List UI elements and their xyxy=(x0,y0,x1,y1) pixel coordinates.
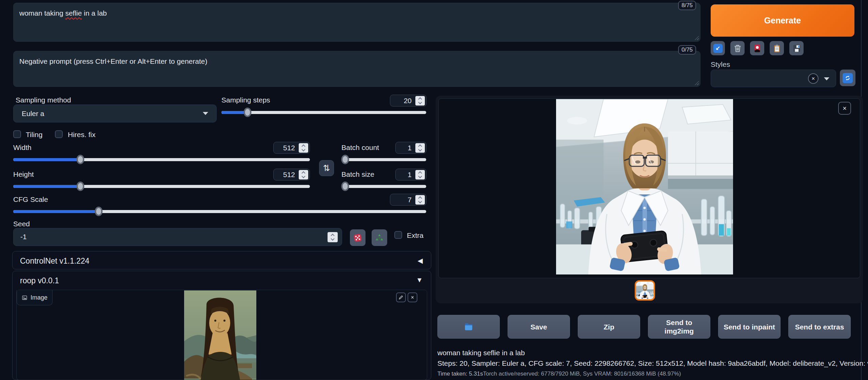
reuse-seed-button[interactable] xyxy=(372,229,387,246)
negative-prompt-input[interactable]: Negative prompt (press Ctrl+Enter or Alt… xyxy=(13,51,701,87)
slider-handle[interactable] xyxy=(341,182,349,191)
batch-size-input[interactable]: 1 xyxy=(395,169,427,180)
slider-handle[interactable] xyxy=(95,207,103,216)
roop-reference-image xyxy=(184,290,256,380)
swap-width-height-button[interactable]: ⇅ xyxy=(319,160,334,176)
slider-handle[interactable] xyxy=(244,108,252,117)
controlnet-accordion-title: ControlNet v1.1.224 xyxy=(20,256,90,266)
number-spinner[interactable] xyxy=(415,170,425,179)
random-seed-button[interactable] xyxy=(350,229,366,246)
generated-image[interactable] xyxy=(556,99,733,274)
paste-icon: ↙ xyxy=(713,44,723,53)
gallery-thumbnail-selected[interactable] xyxy=(635,280,655,301)
info-prompt-text: woman taking seflie in a lab xyxy=(437,349,525,357)
prompt-token-counter: 8/75 xyxy=(678,1,696,10)
width-label: Width xyxy=(13,144,32,152)
number-spinner[interactable] xyxy=(328,232,338,242)
batch-count-label: Batch count xyxy=(341,144,379,152)
number-spinner[interactable] xyxy=(415,143,425,153)
height-label: Height xyxy=(13,170,34,178)
cfg-scale-slider[interactable] xyxy=(13,208,426,214)
paste-params-button[interactable]: ↙ xyxy=(711,41,725,55)
hires-fix-label: Hires. fix xyxy=(68,131,96,139)
sampling-steps-slider[interactable] xyxy=(221,109,426,115)
sampling-method-dropdown[interactable]: Euler a xyxy=(13,104,217,122)
send-to-extras-button[interactable]: Send to extras xyxy=(788,315,851,339)
roop-image-dropzone[interactable] xyxy=(16,290,427,380)
height-slider[interactable] xyxy=(13,183,310,189)
refresh-icon xyxy=(844,75,851,81)
styles-clear-button[interactable]: × xyxy=(808,73,818,84)
number-spinner[interactable] xyxy=(299,170,308,179)
send-to-inpaint-button[interactable]: Send to inpaint xyxy=(718,315,781,339)
seed-input[interactable]: -1 xyxy=(13,228,342,246)
batch-count-input[interactable]: 1 xyxy=(395,142,427,154)
slider-handle[interactable] xyxy=(76,182,84,191)
width-slider[interactable] xyxy=(13,156,310,163)
hires-fix-checkbox[interactable] xyxy=(55,130,63,138)
prompt-input[interactable]: woman taking seflie in a lab xyxy=(13,3,701,42)
refresh-styles-button[interactable] xyxy=(840,70,855,86)
batch-count-slider[interactable] xyxy=(341,156,426,163)
extra-seed-label: Extra xyxy=(407,231,423,240)
batch-size-slider[interactable] xyxy=(341,183,426,189)
height-input[interactable]: 512 xyxy=(273,169,310,180)
tiling-label: Tiling xyxy=(26,131,42,139)
number-spinner[interactable] xyxy=(299,143,308,153)
extra-networks-button[interactable] xyxy=(750,41,764,55)
sampling-method-value: Euler a xyxy=(22,110,44,118)
clear-prompt-button[interactable] xyxy=(730,41,745,55)
generate-button[interactable]: Generate xyxy=(711,4,854,37)
extra-networks-card-icon xyxy=(753,44,762,53)
number-spinner[interactable] xyxy=(415,96,425,106)
batch-size-label: Batch size xyxy=(341,170,374,178)
extra-seed-checkbox[interactable] xyxy=(394,231,402,239)
accordion-expanded-icon: ▼ xyxy=(416,276,423,284)
gallery-close-button[interactable]: × xyxy=(838,102,851,115)
apply-style-button[interactable] xyxy=(770,41,784,55)
negative-token-counter: 0/75 xyxy=(678,45,696,55)
close-icon: × xyxy=(843,104,847,112)
trash-icon xyxy=(733,44,742,53)
clipboard-icon xyxy=(772,44,782,53)
save-style-icon xyxy=(792,44,801,53)
misspelled-word: seflie xyxy=(65,9,82,17)
close-icon: × xyxy=(411,294,414,301)
tiling-checkbox[interactable] xyxy=(13,130,21,138)
dice-icon xyxy=(353,233,362,243)
resize-grip[interactable] xyxy=(694,80,699,85)
cfg-scale-input[interactable]: 7 xyxy=(390,194,427,206)
folder-icon xyxy=(463,321,474,332)
save-style-button[interactable] xyxy=(789,41,804,55)
send-to-img2img-button[interactable]: Send to img2img xyxy=(648,315,710,339)
roop-image-tab[interactable]: Image xyxy=(17,290,53,305)
slider-handle[interactable] xyxy=(76,155,84,164)
sampling-steps-input[interactable]: 20 xyxy=(390,95,427,107)
number-spinner[interactable] xyxy=(415,195,425,205)
seed-label: Seed xyxy=(13,220,30,228)
image-tab-icon xyxy=(22,295,27,301)
clear-image-button[interactable]: × xyxy=(408,292,417,302)
zip-button[interactable]: Zip xyxy=(578,315,640,339)
info-performance-text: Time taken: 5.31sTorch active/reserved: … xyxy=(437,370,681,377)
sampling-method-label: Sampling method xyxy=(16,96,71,104)
time-taken: Time taken: 5.31s xyxy=(437,370,483,377)
open-folder-button[interactable] xyxy=(437,315,500,339)
txt2img-page: woman taking seflie in a lab 8/75 Negati… xyxy=(0,0,868,380)
swap-arrows-icon: ⇅ xyxy=(323,163,330,173)
edit-image-button[interactable] xyxy=(396,292,406,302)
resize-grip[interactable] xyxy=(694,35,699,40)
prompt-text: woman taking seflie in a lab xyxy=(19,9,107,17)
negative-prompt-placeholder: Negative prompt (press Ctrl+Enter or Alt… xyxy=(19,57,207,65)
accordion-collapsed-icon: ◀ xyxy=(418,256,423,265)
styles-caret-icon[interactable] xyxy=(824,77,829,80)
styles-label: Styles xyxy=(711,60,730,69)
width-input[interactable]: 512 xyxy=(273,142,310,154)
slider-handle[interactable] xyxy=(341,155,349,164)
roop-image-tab-label: Image xyxy=(31,294,47,301)
controlnet-accordion[interactable]: ControlNet v1.1.224 ◀ xyxy=(12,251,431,269)
save-button[interactable]: Save xyxy=(508,315,570,339)
roop-accordion-title: roop v0.0.1 xyxy=(20,276,59,285)
pencil-icon xyxy=(398,295,403,300)
recycle-icon xyxy=(375,233,384,243)
